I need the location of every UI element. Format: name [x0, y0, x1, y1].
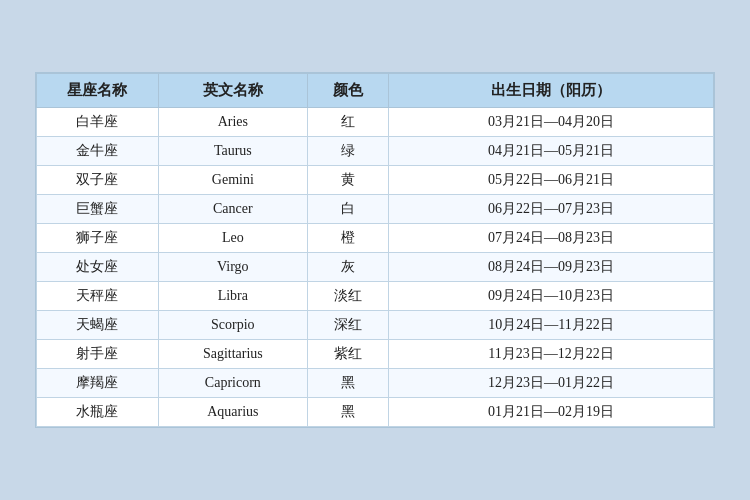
- cell-chinese: 金牛座: [37, 137, 159, 166]
- cell-chinese: 狮子座: [37, 224, 159, 253]
- cell-color: 白: [307, 195, 388, 224]
- cell-color: 黑: [307, 369, 388, 398]
- cell-color: 灰: [307, 253, 388, 282]
- table-row: 水瓶座Aquarius黑01月21日—02月19日: [37, 398, 714, 427]
- cell-english: Cancer: [158, 195, 307, 224]
- table-row: 狮子座Leo橙07月24日—08月23日: [37, 224, 714, 253]
- cell-date: 05月22日—06月21日: [389, 166, 714, 195]
- cell-color: 黄: [307, 166, 388, 195]
- cell-english: Sagittarius: [158, 340, 307, 369]
- cell-date: 10月24日—11月22日: [389, 311, 714, 340]
- cell-date: 11月23日—12月22日: [389, 340, 714, 369]
- cell-chinese: 天秤座: [37, 282, 159, 311]
- cell-english: Capricorn: [158, 369, 307, 398]
- cell-date: 07月24日—08月23日: [389, 224, 714, 253]
- cell-date: 06月22日—07月23日: [389, 195, 714, 224]
- cell-color: 红: [307, 108, 388, 137]
- table-row: 射手座Sagittarius紫红11月23日—12月22日: [37, 340, 714, 369]
- header-color: 颜色: [307, 74, 388, 108]
- cell-color: 绿: [307, 137, 388, 166]
- cell-chinese: 巨蟹座: [37, 195, 159, 224]
- cell-english: Scorpio: [158, 311, 307, 340]
- header-english: 英文名称: [158, 74, 307, 108]
- cell-english: Aquarius: [158, 398, 307, 427]
- cell-english: Taurus: [158, 137, 307, 166]
- zodiac-table-wrapper: 星座名称 英文名称 颜色 出生日期（阳历） 白羊座Aries红03月21日—04…: [35, 72, 715, 428]
- cell-english: Gemini: [158, 166, 307, 195]
- table-row: 金牛座Taurus绿04月21日—05月21日: [37, 137, 714, 166]
- cell-chinese: 白羊座: [37, 108, 159, 137]
- cell-english: Leo: [158, 224, 307, 253]
- table-row: 天蝎座Scorpio深红10月24日—11月22日: [37, 311, 714, 340]
- cell-english: Virgo: [158, 253, 307, 282]
- table-row: 双子座Gemini黄05月22日—06月21日: [37, 166, 714, 195]
- table-row: 处女座Virgo灰08月24日—09月23日: [37, 253, 714, 282]
- table-body: 白羊座Aries红03月21日—04月20日金牛座Taurus绿04月21日—0…: [37, 108, 714, 427]
- cell-date: 08月24日—09月23日: [389, 253, 714, 282]
- header-date: 出生日期（阳历）: [389, 74, 714, 108]
- table-row: 摩羯座Capricorn黑12月23日—01月22日: [37, 369, 714, 398]
- header-chinese: 星座名称: [37, 74, 159, 108]
- table-row: 白羊座Aries红03月21日—04月20日: [37, 108, 714, 137]
- table-row: 天秤座Libra淡红09月24日—10月23日: [37, 282, 714, 311]
- cell-color: 黑: [307, 398, 388, 427]
- cell-chinese: 双子座: [37, 166, 159, 195]
- cell-date: 03月21日—04月20日: [389, 108, 714, 137]
- cell-chinese: 天蝎座: [37, 311, 159, 340]
- cell-chinese: 射手座: [37, 340, 159, 369]
- cell-color: 橙: [307, 224, 388, 253]
- cell-chinese: 摩羯座: [37, 369, 159, 398]
- zodiac-table: 星座名称 英文名称 颜色 出生日期（阳历） 白羊座Aries红03月21日—04…: [36, 73, 714, 427]
- cell-date: 12月23日—01月22日: [389, 369, 714, 398]
- cell-english: Libra: [158, 282, 307, 311]
- cell-english: Aries: [158, 108, 307, 137]
- cell-color: 紫红: [307, 340, 388, 369]
- cell-chinese: 水瓶座: [37, 398, 159, 427]
- table-header-row: 星座名称 英文名称 颜色 出生日期（阳历）: [37, 74, 714, 108]
- cell-date: 01月21日—02月19日: [389, 398, 714, 427]
- cell-date: 09月24日—10月23日: [389, 282, 714, 311]
- cell-chinese: 处女座: [37, 253, 159, 282]
- cell-color: 淡红: [307, 282, 388, 311]
- table-row: 巨蟹座Cancer白06月22日—07月23日: [37, 195, 714, 224]
- cell-color: 深红: [307, 311, 388, 340]
- cell-date: 04月21日—05月21日: [389, 137, 714, 166]
